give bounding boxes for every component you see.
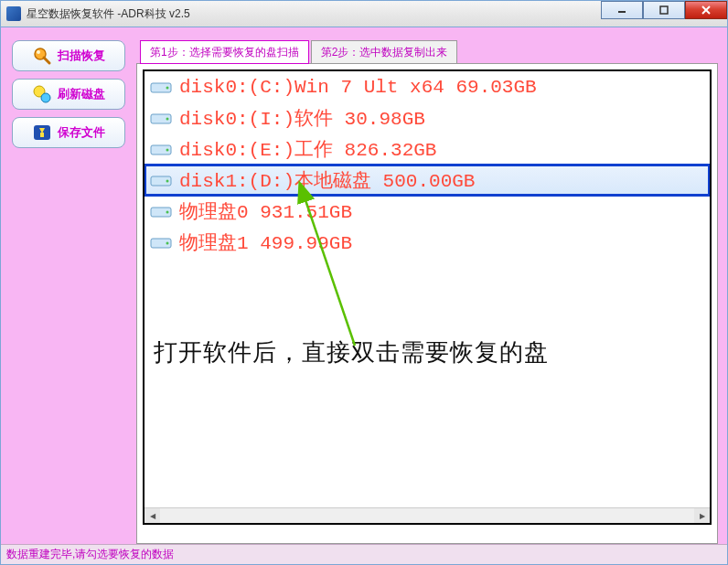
svg-rect-1: [660, 6, 668, 14]
save-icon: [32, 123, 52, 143]
hdd-icon: [150, 78, 172, 96]
close-icon: [701, 5, 712, 16]
disk-row[interactable]: 物理盘0 931.51GB: [145, 196, 710, 227]
maximize-icon: [659, 5, 669, 15]
sidebar: 扫描恢复 刷新磁盘 保存文件: [12, 40, 125, 155]
save-file-label: 保存文件: [58, 124, 105, 141]
magnifier-icon: [32, 46, 52, 66]
disk-text: 物理盘0 931.51GB: [179, 198, 352, 224]
tabstrip: 第1步：选择需要恢复的盘扫描 第2步：选中数据复制出来: [136, 37, 718, 64]
svg-point-21: [166, 211, 169, 214]
horizontal-scrollbar[interactable]: [145, 507, 710, 523]
hdd-icon: [150, 109, 172, 127]
hdd-icon: [150, 233, 172, 251]
scan-recover-button[interactable]: 扫描恢复: [12, 40, 125, 71]
hdd-icon: [150, 171, 172, 189]
hdd-icon: [150, 140, 172, 158]
disk-text: disk0:(E:)工作 826.32GB: [179, 136, 436, 162]
disk-list: disk0:(C:)Win 7 Ult x64 69.03GB disk0:(I…: [143, 69, 712, 525]
svg-point-17: [166, 149, 169, 152]
titlebar: 星空数据恢复软件 -ADR科技 v2.5: [0, 0, 728, 27]
disk-row[interactable]: 物理盘1 499.99GB: [145, 227, 710, 258]
window-title: 星空数据恢复软件 -ADR科技 v2.5: [27, 6, 190, 22]
tab-step1[interactable]: 第1步：选择需要恢复的盘扫描: [140, 40, 309, 64]
status-bar: 数据重建完毕,请勾选要恢复的数据: [1, 544, 727, 564]
svg-point-23: [166, 242, 169, 245]
svg-point-19: [166, 180, 169, 183]
disk-text: disk1:(D:)本地磁盘 500.00GB: [179, 167, 475, 193]
disk-row[interactable]: disk0:(C:)Win 7 Ult x64 69.03GB: [145, 71, 710, 102]
svg-point-8: [41, 93, 50, 102]
minimize-icon: [617, 5, 626, 15]
refresh-icon: [32, 84, 52, 104]
disk-text: disk0:(C:)Win 7 Ult x64 69.03GB: [179, 77, 537, 98]
svg-point-6: [37, 50, 40, 54]
disk-row[interactable]: disk0:(E:)工作 826.32GB: [145, 133, 710, 165]
disk-text: disk0:(I:)软件 30.98GB: [179, 105, 425, 131]
minimize-button[interactable]: [601, 1, 643, 19]
disk-row-selected[interactable]: disk1:(D:)本地磁盘 500.00GB: [145, 165, 710, 196]
status-text: 数据重建完毕,请勾选要恢复的数据: [6, 547, 174, 562]
tab-step2[interactable]: 第2步：选中数据复制出来: [311, 40, 458, 64]
svg-rect-11: [40, 133, 44, 137]
tab-page: disk0:(C:)Win 7 Ult x64 69.03GB disk0:(I…: [136, 63, 718, 544]
disk-row[interactable]: disk0:(I:)软件 30.98GB: [145, 102, 710, 133]
disk-text: 物理盘1 499.99GB: [179, 229, 352, 255]
refresh-disk-button[interactable]: 刷新磁盘: [12, 79, 125, 110]
svg-point-15: [166, 118, 169, 121]
app-icon: [6, 6, 21, 21]
close-button[interactable]: [685, 1, 727, 19]
maximize-button[interactable]: [643, 1, 685, 19]
main-panel: 第1步：选择需要恢复的盘扫描 第2步：选中数据复制出来 disk0:(C:)Wi…: [136, 37, 718, 545]
save-file-button[interactable]: 保存文件: [12, 117, 125, 148]
window-controls: [601, 1, 727, 19]
scroll-left-icon[interactable]: [145, 508, 160, 524]
refresh-disk-label: 刷新磁盘: [58, 86, 105, 102]
svg-line-5: [44, 58, 49, 63]
scroll-right-icon[interactable]: [694, 508, 710, 524]
instruction-text: 打开软件后，直接双击需要恢复的盘: [154, 336, 549, 368]
client-area: 扫描恢复 刷新磁盘 保存文件 第1步：选择需要恢复的盘扫描 第2步：选中数据复制…: [0, 27, 728, 565]
svg-point-13: [166, 87, 169, 90]
scan-recover-label: 扫描恢复: [58, 48, 105, 64]
hdd-icon: [150, 202, 172, 220]
